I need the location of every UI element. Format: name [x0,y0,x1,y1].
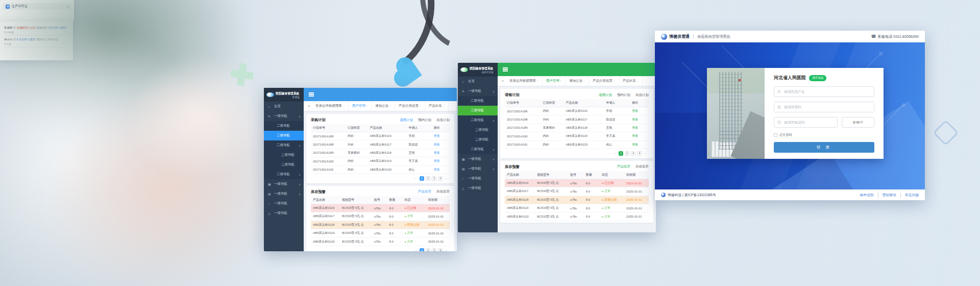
section-link[interactable]: 密钥驱动 [878,193,896,198]
sidebar-item[interactable]: ◔一级导航 [458,174,498,183]
sidebar-item[interactable]: 二级导航∧ [458,115,498,125]
view-link[interactable]: 查看 [632,143,638,146]
pagination-page[interactable]: 2 [426,248,430,251]
sidebar-item[interactable]: 二级导航 [264,121,304,131]
remember-checkbox[interactable] [774,133,777,137]
view-link[interactable]: 查看 [632,126,638,129]
login-button[interactable]: 登 录 [774,142,874,153]
sidebar-item[interactable]: ▤一级导航∨ [264,189,304,199]
view-link[interactable]: 查看 [434,159,440,162]
sidebar-item[interactable]: ◔一级导航 [264,199,304,208]
view-link[interactable]: 查看 [632,109,638,112]
sidebar-item[interactable]: ✎一级导航∧ [458,86,498,96]
pagination-prev-icon[interactable]: ‹ [413,248,418,251]
tab[interactable]: 产品分类设置○ [589,76,619,86]
table-cell: 2025-01-01 [624,212,649,221]
sidebar-item[interactable]: ✎一级导航∧ [264,111,304,121]
feed-link[interactable]: 风骚精英小分队 [17,26,37,29]
license-row[interactable]: 生产许可证 ▾ [3,3,71,10]
sidebar-item[interactable]: 二级导航∨ [264,170,304,179]
pagination-page[interactable]: 3 [432,248,436,251]
pagination-prev-icon[interactable]: ‹ [413,176,418,181]
collapse-tabs-icon[interactable]: « [308,104,310,108]
section-link[interactable]: 高值计划 [436,118,450,123]
tab[interactable]: 用户管理○ [543,76,566,86]
table-cell: 陈甜甜 [604,115,630,124]
username-input[interactable] [783,89,871,94]
sidebar-item[interactable]: 三级导航 [458,125,498,135]
sidebar-item[interactable]: 二级导航 [264,131,304,140]
sidebar-item[interactable]: ▦一级导航∨ [264,179,304,189]
tab[interactable]: 通知公告○ [566,76,589,86]
section-link[interactable]: 操作说明 [860,193,873,198]
view-link[interactable]: 查看 [632,118,638,121]
hamburger-icon[interactable] [309,92,314,93]
section-link[interactable]: 领用计划 [599,93,612,98]
chevron-down-icon: ∨ [299,173,301,176]
pagination-next-icon[interactable]: › [444,176,449,181]
pagination-page[interactable]: 2 [426,176,430,181]
sidebar-item[interactable]: ⌂首页 [458,77,498,86]
sidebar-item[interactable]: 二级导航∧ [264,140,304,150]
pagination-prev-icon[interactable]: ‹ [612,151,617,156]
section-link[interactable]: 产品库存 [418,189,431,194]
section-link[interactable]: 领用计划 [400,118,413,123]
sidebar-item-label: 一级导航 [468,89,481,93]
tab[interactable]: 产品出库○ [425,101,449,111]
sidebar-item[interactable]: ▤一级导航∨ [458,164,498,174]
view-link[interactable]: 查看 [434,143,440,146]
pagination-page[interactable]: 1 [420,248,424,251]
table-cell: AB5床头柜0117 [368,140,407,149]
tab[interactable]: 产品分类设置○ [395,101,425,111]
captcha-input[interactable] [783,120,834,125]
sidebar-item[interactable]: ▦一级导航∨ [458,154,498,164]
sidebar-item[interactable]: 二级导航∨ [458,145,498,154]
view-link[interactable]: 查看 [434,151,440,154]
edit-icon: ✎ [268,114,273,118]
pagination-page[interactable]: 1 [619,151,623,156]
tab[interactable]: 产品出库○ [619,76,643,86]
section-link[interactable]: 常见问题 [900,193,919,198]
section-link[interactable]: 预约计划 [418,118,431,123]
view-link[interactable]: 查看 [434,134,440,137]
chevron-down-icon: ∨ [493,148,495,151]
sidebar-item[interactable]: ⌂首页 [264,102,304,111]
tab[interactable]: 通知公告○ [372,101,395,111]
column-header: 计划单号 [505,99,541,107]
pagination-next-icon[interactable]: › [643,151,648,156]
feed-link[interactable]: 5月日常小需求 [48,26,66,29]
table-cell: BC533型 5孔 右 [340,221,372,229]
pagination-page[interactable]: 4 [637,151,642,156]
view-link[interactable]: 查看 [632,134,638,137]
pagination-page[interactable]: 4 [438,248,443,251]
tab[interactable]: 资质证件效期预警○ [506,76,543,86]
feed-link[interactable]: 5 月日常小需求 [17,38,36,41]
captcha-image[interactable]: 6+8=? [842,117,874,128]
password-input[interactable] [783,105,871,109]
pagination-page[interactable]: 3 [432,176,436,181]
section-link[interactable]: 高值计划 [635,93,649,98]
status-label: 正常 [407,214,413,218]
sidebar-item[interactable]: 三级导航 [264,160,304,170]
sidebar-item[interactable]: 三级导航 [458,135,498,145]
sidebar-item[interactable]: △一级导航 [264,208,304,218]
section-link[interactable]: 产品库存 [617,164,630,169]
section-link[interactable]: 高值库存 [436,189,450,194]
sidebar-item[interactable]: 三级导航 [264,150,304,160]
tab[interactable]: 资质证件效期预警○ [312,101,349,111]
pagination-page[interactable]: 3 [631,151,635,156]
pagination-page[interactable]: 4 [438,176,443,181]
sidebar-item[interactable]: 二级导航 [458,106,498,115]
hamburger-icon[interactable] [503,67,508,68]
section-link[interactable]: 高值库存 [635,164,649,169]
collapse-tabs-icon[interactable]: « [502,79,504,83]
view-link[interactable]: 查看 [434,168,440,171]
tab-dot-icon: ○ [560,80,562,82]
sidebar-item[interactable]: 二级导航 [458,96,498,106]
pagination-next-icon[interactable]: › [444,248,449,251]
pagination-page[interactable]: 2 [625,151,629,156]
sidebar-item[interactable]: △一级导航 [458,183,498,193]
pagination-page[interactable]: 1 [420,176,424,181]
tab[interactable]: 用户管理○ [349,101,372,111]
section-link[interactable]: 预约计划 [617,93,630,98]
